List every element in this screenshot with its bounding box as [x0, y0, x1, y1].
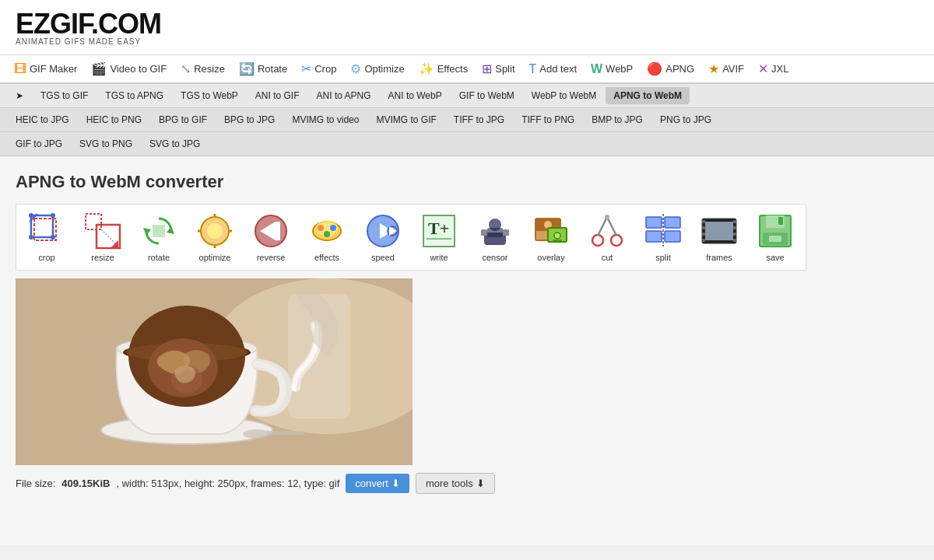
subnav-tiff-to-jpg[interactable]: TIFF to JPG — [446, 111, 512, 128]
subnav-bpg-to-jpg[interactable]: BPG to JPG — [216, 111, 283, 128]
add-text-icon: T — [529, 62, 537, 76]
svg-rect-58 — [702, 220, 705, 223]
subnav-tgs-to-webp[interactable]: TGS to WebP — [173, 87, 246, 104]
nav-crop[interactable]: ✂ Crop — [295, 58, 342, 79]
nav-jxl[interactable]: ✕ JXL — [752, 58, 795, 79]
subnav-bpg-to-gif[interactable]: BPG to GIF — [151, 111, 215, 128]
tool-resize-icon — [84, 212, 121, 250]
effects-icon: ✨ — [419, 61, 434, 76]
svg-point-50 — [605, 215, 609, 219]
subnav-ani-to-gif[interactable]: ANI to GIF — [248, 87, 307, 104]
tool-rotate-label: rotate — [148, 253, 170, 262]
tool-crop-icon — [28, 212, 65, 250]
subnav-tgs-to-gif[interactable]: TGS to GIF — [33, 87, 96, 104]
nav-optimize[interactable]: ⚙ Optimize — [344, 58, 410, 79]
svg-rect-65 — [733, 239, 736, 242]
subnav-heic-to-jpg[interactable]: HEIC to JPG — [8, 111, 77, 128]
tool-speed[interactable]: speed — [356, 208, 410, 267]
subnav-tgs-to-apng[interactable]: TGS to APNG — [97, 87, 171, 104]
subnav-row1: ➤ TGS to GIF TGS to APNG TGS to WebP ANI… — [0, 84, 934, 108]
tool-split-icon — [644, 212, 682, 250]
nav-split[interactable]: ⊞ Split — [476, 58, 521, 79]
subnav-ani-to-apng[interactable]: ANI to APNG — [309, 87, 379, 104]
svg-rect-39 — [503, 229, 509, 236]
subnav-apng-to-webm[interactable]: APNG to WebM — [606, 87, 690, 104]
subnav-gif-to-webm[interactable]: GIF to WebM — [451, 87, 522, 104]
tool-crop[interactable]: crop — [19, 208, 74, 267]
subnav-mvimg-to-video[interactable]: MVIMG to video — [284, 111, 367, 128]
gif-maker-icon: 🎞 — [14, 62, 26, 76]
subnav-svg-to-jpg[interactable]: SVG to JPG — [142, 135, 208, 152]
subnav-tiff-to-png[interactable]: TIFF to PNG — [514, 111, 582, 128]
tool-resize-label: resize — [91, 253, 114, 262]
svg-point-44 — [554, 233, 560, 239]
more-tools-button[interactable]: more tools ⬇ — [416, 473, 495, 494]
svg-rect-59 — [702, 226, 705, 229]
subnav-webp-to-webm[interactable]: WebP to WebM — [524, 87, 604, 104]
tools-row: crop resize — [16, 204, 806, 271]
tool-optimize-label: optimize — [199, 253, 231, 262]
tool-frames[interactable]: frames — [692, 208, 746, 267]
convert-button[interactable]: convert ⬇ — [346, 474, 409, 493]
logo[interactable]: EZGIF.COM ANIMATED GIFS MADE EASY — [16, 8, 161, 46]
svg-point-5 — [29, 235, 33, 240]
subnav-ani-to-webp[interactable]: ANI to WebP — [381, 87, 450, 104]
svg-point-6 — [51, 235, 55, 240]
svg-marker-12 — [143, 228, 151, 236]
subnav-gif-to-jpg[interactable]: GIF to JPG — [8, 135, 70, 152]
svg-rect-60 — [702, 233, 705, 236]
file-meta: , width: 513px, height: 250px, frames: 1… — [116, 478, 339, 489]
file-info-row: File size: 409.15KiB , width: 513px, hei… — [16, 473, 918, 494]
subnav-mvimg-to-gif[interactable]: MVIMG to GIF — [368, 111, 444, 128]
subnav-svg-to-png[interactable]: SVG to PNG — [72, 135, 140, 152]
tool-reverse[interactable]: reverse — [244, 208, 298, 267]
tool-write[interactable]: T+ write — [412, 208, 466, 267]
svg-point-46 — [592, 235, 603, 246]
svg-rect-61 — [702, 239, 705, 242]
tool-overlay-label: overlay — [537, 253, 564, 262]
subnav-heic-to-png[interactable]: HEIC to PNG — [79, 111, 149, 128]
svg-point-27 — [324, 231, 330, 237]
convert-arrow-icon: ⬇ — [392, 478, 400, 489]
tool-overlay[interactable]: overlay — [524, 208, 578, 267]
tool-effects-icon — [308, 212, 346, 250]
nav-webp[interactable]: W WebP — [585, 59, 639, 79]
tool-censor-label: censor — [482, 253, 507, 262]
nav-add-text[interactable]: T Add text — [523, 59, 583, 79]
tool-optimize[interactable]: optimize — [188, 208, 242, 267]
tool-resize[interactable]: resize — [75, 208, 130, 267]
tool-rotate[interactable]: rotate — [132, 208, 186, 267]
file-size-value: 409.15KiB — [61, 478, 110, 489]
svg-rect-52 — [665, 217, 680, 228]
svg-point-47 — [611, 235, 622, 246]
tool-crop-label: crop — [38, 253, 54, 262]
svg-point-3 — [29, 213, 33, 218]
nav-apng[interactable]: 🔴 APNG — [641, 58, 700, 79]
tool-split-label: split — [655, 253, 671, 262]
subnav-bmp-to-jpg[interactable]: BMP to JPG — [584, 111, 651, 128]
nav-resize[interactable]: ⤡ Resize — [174, 58, 231, 79]
nav-video-to-gif[interactable]: 🎬 Video to GIF — [85, 58, 173, 79]
svg-rect-38 — [481, 229, 487, 236]
tool-cut[interactable]: cut — [580, 208, 634, 267]
tool-split[interactable]: split — [636, 208, 690, 267]
nav-gif-maker[interactable]: 🎞 GIF Maker — [8, 59, 83, 79]
subnav-png-to-jpg[interactable]: PNG to JPG — [652, 111, 719, 128]
svg-line-48 — [598, 217, 607, 236]
subnav-arrow[interactable]: ➤ — [8, 87, 31, 104]
main-nav: 🎞 GIF Maker 🎬 Video to GIF ⤡ Resize 🔄 Ro… — [0, 55, 934, 84]
subnav-arrow-icon: ➤ — [16, 90, 23, 101]
svg-rect-70 — [769, 236, 781, 242]
svg-rect-82 — [266, 431, 305, 435]
svg-rect-62 — [733, 220, 736, 223]
nav-rotate[interactable]: 🔄 Rotate — [233, 58, 293, 79]
avif-icon: ★ — [708, 61, 719, 76]
tool-censor[interactable]: censor — [468, 208, 522, 267]
tool-save[interactable]: save — [748, 208, 802, 267]
jxl-icon: ✕ — [758, 61, 768, 76]
svg-rect-7 — [86, 214, 101, 229]
rotate-icon: 🔄 — [239, 61, 255, 76]
nav-effects[interactable]: ✨ Effects — [413, 58, 475, 79]
nav-avif[interactable]: ★ AVIF — [702, 58, 750, 79]
tool-effects[interactable]: effects — [300, 208, 354, 267]
